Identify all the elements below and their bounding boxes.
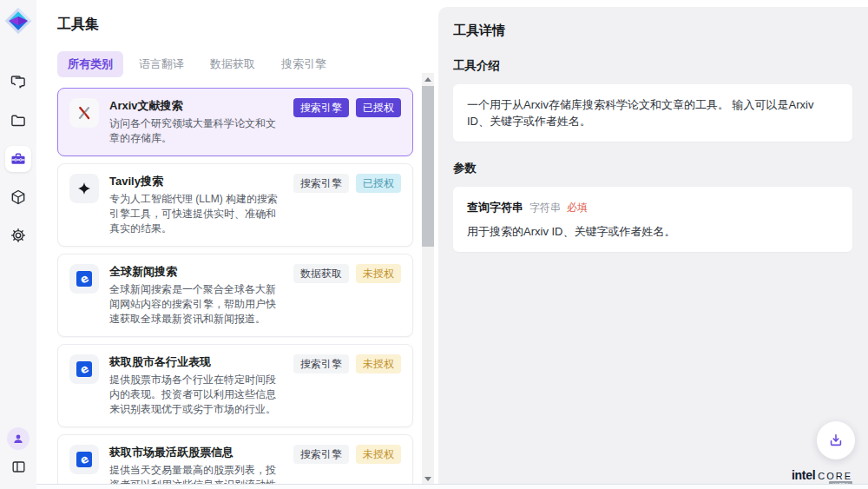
- category-badge: 搜索引擎: [293, 354, 349, 373]
- tab-all-categories[interactable]: 所有类别: [57, 51, 123, 77]
- tool-description: 全球新闻搜索是一个聚合全球各大新闻网站内容的搜索引擎，帮助用户快速获取全球最新资…: [109, 282, 285, 327]
- intro-heading: 工具介绍: [453, 58, 852, 74]
- sidebar: [0, 0, 36, 489]
- juhe-logo-icon: e: [69, 264, 99, 294]
- arxiv-logo-icon: [69, 98, 99, 128]
- tool-card-arxiv[interactable]: Arxiv文献搜索 访问各个研究领域大量科学论文和文章的存储库。 搜索引擎 已授…: [57, 88, 413, 156]
- juhe-logo-icon: e: [69, 445, 99, 474]
- user-avatar[interactable]: [7, 427, 30, 450]
- chat-icon[interactable]: [5, 69, 31, 96]
- tool-card-global-news[interactable]: e 全球新闻搜索 全球新闻搜索是一个聚合全球各大新闻网站内容的搜索引擎，帮助用户…: [57, 254, 413, 337]
- intro-card: 一个用于从Arxiv存储库搜索科学论文和文章的工具。 输入可以是Arxiv ID…: [453, 84, 852, 142]
- category-tabs: 所有类别 语言翻译 数据获取 搜索引擎: [57, 51, 438, 77]
- category-badge: 搜索引擎: [293, 98, 349, 117]
- download-button[interactable]: [817, 421, 855, 459]
- sidebar-bottom: [7, 427, 30, 475]
- list-scrollbar[interactable]: [422, 73, 434, 486]
- folder-icon[interactable]: [5, 108, 31, 134]
- tool-title: Tavily搜索: [109, 174, 285, 189]
- auth-status-badge: 已授权: [356, 98, 401, 117]
- tavily-star-icon: [69, 174, 99, 203]
- tool-description: 提供股票市场各个行业在特定时间段内的表现。投资者可以利用这些信息来识别表现优于或…: [109, 373, 285, 417]
- tab-search-engine[interactable]: 搜索引擎: [271, 51, 337, 77]
- category-badge: 数据获取: [293, 264, 349, 283]
- toolset-panel: 工具集 所有类别 语言翻译 数据获取 搜索引擎 Arxiv文献搜索 访问各个研究…: [36, 0, 438, 489]
- tab-language-translation[interactable]: 语言翻译: [128, 51, 194, 77]
- details-wrap: 工具详情 工具介绍 一个用于从Arxiv存储库搜索科学论文和文章的工具。 输入可…: [438, 0, 868, 489]
- app-window: 工具集 所有类别 语言翻译 数据获取 搜索引擎 Arxiv文献搜索 访问各个研究…: [0, 0, 868, 489]
- auth-status-badge: 未授权: [356, 264, 401, 283]
- params-heading: 参数: [453, 161, 852, 176]
- tool-description: 专为人工智能代理 (LLM) 构建的搜索引擎工具，可快速提供实时、准确和真实的结…: [109, 192, 285, 236]
- tool-title: 全球新闻搜索: [109, 264, 285, 280]
- auth-status-badge: 未授权: [356, 445, 401, 464]
- cube-icon[interactable]: [5, 184, 31, 210]
- app-logo-icon[interactable]: [3, 5, 34, 36]
- param-type: 字符串: [529, 200, 561, 216]
- tool-card-tavily[interactable]: Tavily搜索 专为人工智能代理 (LLM) 构建的搜索引擎工具，可快速提供实…: [57, 163, 413, 247]
- tab-data-fetch[interactable]: 数据获取: [200, 51, 266, 77]
- settings-gear-icon[interactable]: [5, 222, 31, 248]
- auth-status-badge: 已授权: [356, 174, 401, 193]
- parameter-card: 查询字符串 字符串 必填 用于搜索的Arxiv ID、关键字或作者姓名。: [453, 187, 852, 252]
- tool-description: 访问各个研究领域大量科学论文和文章的存储库。: [109, 116, 285, 146]
- tool-details-panel: 工具详情 工具介绍 一个用于从Arxiv存储库搜索科学论文和文章的工具。 输入可…: [438, 7, 868, 489]
- sidebar-nav: [5, 69, 31, 248]
- tool-card-active-stocks[interactable]: e 获取市场最活跃股票信息 提供当天交易量最高的股票列表，投资者可以利用这些信息…: [57, 434, 413, 489]
- tool-card-stock-sectors[interactable]: e 获取股市各行业表现 提供股票市场各个行业在特定时间段内的表现。投资者可以利用…: [57, 344, 413, 427]
- juhe-logo-icon: e: [69, 354, 99, 384]
- scrollbar-thumb[interactable]: [422, 86, 434, 247]
- intel-core-logo: intel core ULTRA: [792, 468, 852, 482]
- page-title: 工具集: [57, 16, 438, 34]
- tool-list: Arxiv文献搜索 访问各个研究领域大量科学论文和文章的存储库。 搜索引擎 已授…: [57, 88, 413, 489]
- details-title: 工具详情: [453, 23, 852, 39]
- tool-title: 获取市场最活跃股票信息: [109, 445, 285, 460]
- param-required-flag: 必填: [567, 200, 588, 216]
- param-description: 用于搜索的Arxiv ID、关键字或作者姓名。: [467, 224, 838, 240]
- scroll-down-arrow-icon[interactable]: [424, 477, 431, 481]
- param-name: 查询字符串: [467, 199, 523, 215]
- scroll-up-arrow-icon[interactable]: [424, 77, 431, 82]
- tool-title: 获取股市各行业表现: [109, 354, 285, 370]
- toolbox-icon[interactable]: [5, 146, 31, 172]
- category-badge: 搜索引擎: [293, 445, 349, 464]
- tool-title: Arxiv文献搜索: [109, 98, 285, 114]
- auth-status-badge: 未授权: [356, 354, 401, 373]
- category-badge: 搜索引擎: [293, 174, 349, 193]
- collapse-panel-icon[interactable]: [10, 459, 27, 475]
- window-bottom-edge: [36, 484, 868, 489]
